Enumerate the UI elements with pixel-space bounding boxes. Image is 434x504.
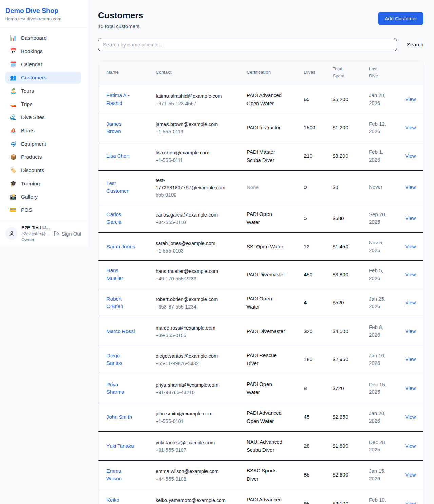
view-customer-link[interactable]: View bbox=[405, 443, 416, 449]
customer-name-link[interactable]: John Smith bbox=[106, 413, 132, 421]
customer-certification: PADI Advanced Open Water bbox=[246, 91, 287, 108]
customer-name-link[interactable]: Robert O'Brien bbox=[106, 295, 135, 311]
customer-last-dive: Jan 10, 2026 bbox=[369, 352, 389, 367]
sidebar-item-label: Equipment bbox=[21, 141, 46, 147]
sidebar-item-calendar[interactable]: 🗓️ Calendar bbox=[5, 58, 81, 71]
table-row: Robert O'Brien robert.obrien@example.com… bbox=[98, 288, 423, 317]
customer-total-spent: $1,200 bbox=[333, 125, 348, 130]
customer-certification: PADI Divemaster bbox=[246, 270, 285, 279]
view-customer-link[interactable]: View bbox=[405, 501, 416, 504]
search-button[interactable]: Search bbox=[407, 42, 423, 48]
search-input[interactable] bbox=[98, 38, 397, 51]
customer-name-link[interactable]: Fatima Al-Rashid bbox=[106, 92, 135, 107]
view-customer-link[interactable]: View bbox=[405, 125, 416, 130]
customer-dives: 5 bbox=[304, 215, 307, 221]
customer-email: priya.sharma@example.com bbox=[156, 381, 218, 389]
sidebar-item-bookings[interactable]: 📅 Bookings bbox=[5, 45, 81, 57]
customer-name-link[interactable]: Keiko Yamamoto bbox=[106, 496, 135, 504]
customer-name-link[interactable]: Carlos Garcia bbox=[106, 211, 135, 226]
view-customer-link[interactable]: View bbox=[405, 244, 416, 249]
customer-phone: +49-170-555-2233 bbox=[156, 276, 241, 281]
view-customer-link[interactable]: View bbox=[405, 272, 416, 277]
sidebar-item-pos[interactable]: 💳 POS bbox=[5, 204, 81, 216]
sidebar-item-discounts[interactable]: 🏷️ Discounts bbox=[5, 164, 81, 176]
people-icon: 👥 bbox=[10, 75, 17, 80]
view-customer-link[interactable]: View bbox=[405, 97, 416, 102]
search-row: Search bbox=[98, 38, 423, 51]
customer-phone: +81-555-0107 bbox=[156, 447, 241, 453]
avatar bbox=[5, 227, 18, 240]
customer-name-link[interactable]: Yuki Tanaka bbox=[106, 442, 134, 450]
sign-out-button[interactable]: Sign Out bbox=[54, 231, 81, 237]
sidebar-item-boats[interactable]: ⛵ Boats bbox=[5, 125, 81, 137]
customer-name-link[interactable]: Priya Sharma bbox=[106, 381, 135, 396]
tag-icon: 🏷️ bbox=[10, 168, 17, 173]
view-customer-link[interactable]: View bbox=[405, 414, 416, 420]
sidebar-item-tours[interactable]: 🏝️ Tours bbox=[5, 85, 81, 97]
sidebar-item-trips[interactable]: 🚤 Trips bbox=[5, 98, 81, 110]
view-customer-link[interactable]: View bbox=[405, 153, 416, 159]
customer-certification: PADI Rescue Diver bbox=[246, 351, 287, 368]
customer-last-dive: Nov 5, 2025 bbox=[369, 239, 389, 254]
col-total-spent: Total Spent bbox=[333, 60, 369, 85]
customer-name-link[interactable]: Lisa Chen bbox=[106, 152, 130, 160]
view-customer-link[interactable]: View bbox=[405, 216, 416, 221]
customer-last-dive: Jan 20, 2026 bbox=[369, 410, 389, 425]
view-customer-link[interactable]: View bbox=[405, 329, 416, 334]
customer-last-dive: Feb 1, 2026 bbox=[369, 148, 389, 164]
customer-name-link[interactable]: Hans Mueller bbox=[106, 267, 135, 282]
shop-name: Demo Dive Shop bbox=[5, 7, 81, 15]
sidebar-item-label: Discounts bbox=[21, 167, 44, 173]
customer-certification: PADI Advanced Open Water bbox=[246, 409, 287, 425]
sidebar-item-dashboard[interactable]: 📊 Dashboard bbox=[5, 32, 81, 44]
col-actions bbox=[405, 60, 423, 85]
customer-certification: NAUI Advanced Scuba Diver bbox=[246, 438, 287, 454]
user-role: Owner bbox=[21, 237, 50, 242]
table-row: Marco Rossi marco.rossi@example.com +39-… bbox=[98, 317, 423, 345]
sidebar-item-gallery[interactable]: 📸 Gallery bbox=[5, 191, 81, 203]
customer-name-link[interactable]: Marco Rossi bbox=[106, 328, 135, 335]
customer-name-link[interactable]: James Brown bbox=[106, 120, 135, 135]
customer-name-link[interactable]: Emma Wilson bbox=[106, 467, 135, 483]
customer-total-spent: $1,450 bbox=[333, 244, 348, 249]
view-customer-link[interactable]: View bbox=[405, 472, 416, 478]
customer-total-spent: $5,200 bbox=[333, 96, 348, 102]
table-row: Carlos Garcia carlos.garcia@example.com … bbox=[98, 204, 423, 233]
customer-certification: PADI Divemaster bbox=[246, 327, 285, 335]
add-customer-button[interactable]: Add Customer bbox=[378, 12, 423, 25]
customer-total-spent: $4,500 bbox=[333, 328, 348, 334]
customer-dives: 4 bbox=[304, 300, 307, 305]
sidebar-item-dive-sites[interactable]: 🌊 Dive Sites bbox=[5, 111, 81, 124]
customer-email: keiko.yamamoto@example.com bbox=[156, 497, 225, 504]
customer-name-link[interactable]: Sarah Jones bbox=[106, 243, 135, 251]
view-customer-link[interactable]: View bbox=[405, 300, 416, 305]
sidebar-item-label: Tours bbox=[21, 88, 34, 94]
sidebar-item-label: Dashboard bbox=[21, 35, 47, 41]
customer-certification: PADI Open Water bbox=[246, 210, 287, 226]
sidebar-item-products[interactable]: 📦 Products bbox=[5, 151, 81, 163]
customer-last-dive: Feb 10, 2026 bbox=[369, 496, 389, 504]
customer-email: marco.rossi@example.com bbox=[156, 324, 215, 332]
customer-last-dive: Feb 12, 2026 bbox=[369, 120, 389, 135]
sidebar-item-training[interactable]: 🎓 Training bbox=[5, 178, 81, 190]
brand-block: Demo Dive Shop demo.test.divestreams.com bbox=[0, 0, 87, 28]
shop-domain: demo.test.divestreams.com bbox=[5, 16, 81, 21]
customer-name-link[interactable]: Test Customer bbox=[106, 180, 135, 195]
view-customer-link[interactable]: View bbox=[405, 185, 416, 190]
sidebar-item-customers[interactable]: 👥 Customers bbox=[5, 72, 81, 84]
customer-certification: PADI Instructor bbox=[246, 124, 281, 132]
sidebar-item-equipment[interactable]: 🤿 Equipment bbox=[5, 138, 81, 150]
table-row: Priya Sharma priya.sharma@example.com +9… bbox=[98, 374, 423, 403]
table-row: Fatima Al-Rashid fatima.alrashid@example… bbox=[98, 85, 423, 114]
customer-last-dive: Never bbox=[369, 183, 382, 191]
customer-last-dive: Jan 25, 2026 bbox=[369, 295, 389, 311]
customer-certification: PADI Open Water bbox=[246, 295, 287, 311]
view-customer-link[interactable]: View bbox=[405, 357, 416, 362]
customer-dives: 0 bbox=[304, 184, 307, 190]
view-customer-link[interactable]: View bbox=[405, 386, 416, 391]
customer-name-link[interactable]: Diego Santos bbox=[106, 352, 135, 367]
customer-email: lisa.chen@example.com bbox=[156, 149, 209, 157]
customer-phone: +44-555-0108 bbox=[156, 476, 241, 482]
sidebar: Demo Dive Shop demo.test.divestreams.com… bbox=[0, 0, 87, 247]
user-box: E2E Test U... e2e-tester@... Owner Sign … bbox=[0, 220, 87, 247]
